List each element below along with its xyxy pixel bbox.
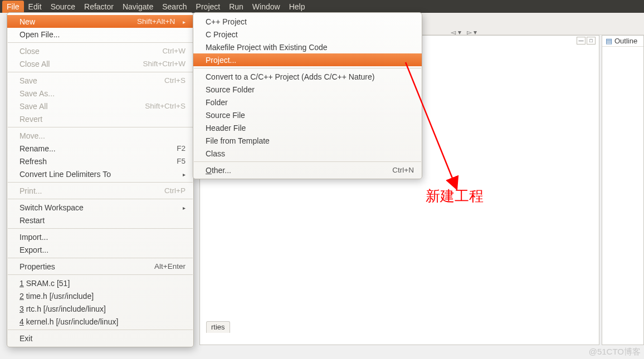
annotation-label: 新建工程: [426, 186, 484, 206]
menu-item-label: Source Folder: [206, 85, 255, 94]
file-menu-item-4-kernel-h-usr-include-linux-[interactable]: 4 kernel.h [/usr/include/linux]: [7, 315, 193, 328]
editor-maximize-icon[interactable]: □: [587, 37, 596, 45]
new-menu-item-other-[interactable]: Other...Ctrl+N: [193, 164, 422, 176]
menu-shortcut: F5: [177, 157, 186, 165]
menu-item-label: Class: [206, 149, 225, 158]
menu-item-label: C++ Project: [206, 17, 247, 26]
file-menu-item-import-[interactable]: Import...: [7, 230, 193, 243]
menu-shortcut: Alt+Enter: [154, 262, 186, 271]
file-menu-item-restart[interactable]: Restart: [7, 214, 193, 227]
submenu-arrow-icon: ▸: [177, 203, 186, 212]
menu-item-label: Restart: [19, 216, 45, 225]
outline-icon: ▤: [606, 37, 612, 45]
file-menu-item-save-as-: Save As...: [7, 87, 193, 100]
menubar: FileEditSourceRefactorNavigateSearchProj…: [0, 0, 644, 13]
menubar-item-refactor[interactable]: Refactor: [80, 1, 118, 13]
menu-item-label: Save As...: [19, 89, 55, 98]
file-menu-separator: [8, 274, 193, 275]
menu-item-label: Source File: [206, 111, 245, 120]
menu-item-label: Properties: [19, 262, 55, 271]
menubar-item-navigate[interactable]: Navigate: [118, 1, 158, 13]
file-menu-item-save: SaveCtrl+S: [7, 74, 193, 87]
file-menu-item-properties[interactable]: PropertiesAlt+Enter: [7, 260, 193, 273]
menu-item-label: Refresh: [19, 157, 47, 166]
menubar-item-source[interactable]: Source: [46, 1, 80, 13]
menu-item-label: Save All: [19, 102, 48, 111]
menu-item-label: Print...: [19, 186, 42, 195]
new-menu-item-source-folder[interactable]: Source Folder: [193, 83, 422, 96]
file-menu-item-exit[interactable]: Exit: [7, 332, 193, 345]
menu-item-label: Rename...: [19, 144, 56, 153]
watermark-text: @51CTO博客: [589, 347, 641, 357]
menu-item-label: Other...: [206, 166, 231, 175]
menu-item-label: Save: [19, 76, 37, 85]
menubar-item-edit[interactable]: Edit: [24, 1, 46, 13]
menu-shortcut: Ctrl+P: [164, 186, 186, 195]
new-menu-separator: [194, 68, 421, 68]
menu-item-label: C Project: [206, 30, 238, 39]
file-menu-separator: [8, 72, 193, 72]
file-menu-item-revert: Revert: [7, 112, 193, 125]
new-menu-item-file-from-template[interactable]: File from Template: [193, 134, 422, 147]
file-menu-item-open-file-[interactable]: Open File...: [7, 28, 193, 41]
new-menu-item-project-[interactable]: Project...: [193, 53, 422, 66]
menu-item-label: Header File: [206, 124, 246, 132]
menu-item-label: Move...: [19, 131, 45, 140]
file-menu-item-close: CloseCtrl+W: [7, 45, 193, 57]
new-submenu-dropdown: C++ ProjectC ProjectMakefile Project wit…: [193, 12, 422, 179]
file-menu-item-new[interactable]: NewShift+Alt+N ▸: [7, 15, 193, 28]
outline-panel: ▤ Outline: [602, 35, 644, 345]
menu-shortcut: Ctrl+N: [392, 166, 414, 174]
new-menu-item-class[interactable]: Class: [193, 147, 422, 160]
new-menu-item-c-project[interactable]: C Project: [193, 28, 422, 41]
file-menu-item-switch-workspace[interactable]: Switch Workspace▸: [7, 201, 193, 214]
menubar-item-file[interactable]: File: [2, 1, 24, 13]
menu-shortcut: Shift+Ctrl+S: [145, 102, 186, 110]
file-menu-item-2-time-h-usr-include-[interactable]: 2 time.h [/usr/include]: [7, 289, 193, 302]
new-menu-item-c-project[interactable]: C++ Project: [193, 15, 422, 28]
menu-item-label: Export...: [19, 245, 48, 254]
bottom-tab-properties[interactable]: rties: [206, 321, 230, 333]
file-menu-item-1-sram-c-51-[interactable]: 1 SRAM.c [51]: [7, 277, 193, 289]
menubar-item-window[interactable]: Window: [248, 1, 285, 13]
menu-item-label: Switch Workspace: [19, 203, 84, 212]
new-menu-item-convert-to-a-c-c-project-adds-c-c-nature-[interactable]: Convert to a C/C++ Project (Adds C/C++ N…: [193, 70, 422, 83]
file-menu-separator: [8, 182, 193, 183]
menu-item-label: Makefile Project with Existing Code: [206, 43, 328, 52]
menu-shortcut: Shift+Ctrl+W: [143, 60, 186, 68]
submenu-arrow-icon: Shift+Alt+N ▸: [137, 17, 186, 26]
file-menu-item-print-: Print...Ctrl+P: [7, 184, 193, 197]
new-menu-item-source-file[interactable]: Source File: [193, 109, 422, 121]
menubar-item-project[interactable]: Project: [192, 1, 225, 13]
submenu-arrow-icon: ▸: [177, 170, 186, 178]
menu-item-label: Convert to a C/C++ Project (Adds C/C++ N…: [206, 72, 374, 81]
menu-item-label: Project...: [206, 56, 236, 65]
new-menu-item-makefile-project-with-existing-code[interactable]: Makefile Project with Existing Code: [193, 41, 422, 53]
file-menu-item-close-all: Close AllShift+Ctrl+W: [7, 57, 193, 70]
new-menu-separator: [194, 161, 421, 162]
menu-item-label: 2 time.h [/usr/include]: [19, 292, 94, 301]
new-menu-item-folder[interactable]: Folder: [193, 96, 422, 109]
file-menu-item-rename-[interactable]: Rename...F2: [7, 142, 193, 155]
file-menu-separator: [8, 42, 193, 43]
file-menu-dropdown: NewShift+Alt+N ▸Open File...CloseCtrl+WC…: [7, 12, 194, 347]
new-menu-item-header-file[interactable]: Header File: [193, 121, 422, 134]
file-menu-separator: [8, 330, 193, 330]
file-menu-item-export-[interactable]: Export...: [7, 243, 193, 256]
menubar-item-help[interactable]: Help: [285, 1, 310, 13]
menu-shortcut: Ctrl+W: [162, 47, 186, 55]
editor-minimize-icon[interactable]: —: [577, 37, 586, 45]
file-menu-item-refresh[interactable]: RefreshF5: [7, 155, 193, 168]
menu-item-label: Close: [19, 47, 40, 56]
file-menu-separator: [8, 199, 193, 199]
file-menu-item-save-all: Save AllShift+Ctrl+S: [7, 100, 193, 112]
file-menu-item-move-: Move...: [7, 129, 193, 142]
menubar-item-run[interactable]: Run: [225, 1, 248, 13]
outline-title: Outline: [614, 37, 637, 45]
menu-shortcut: F2: [177, 144, 186, 153]
file-menu-item-3-rtc-h-usr-include-linux-[interactable]: 3 rtc.h [/usr/include/linux]: [7, 302, 193, 315]
menu-item-label: File from Template: [206, 136, 270, 145]
menubar-item-search[interactable]: Search: [158, 1, 191, 13]
file-menu-item-convert-line-delimiters-to[interactable]: Convert Line Delimiters To▸: [7, 168, 193, 180]
menu-item-label: Folder: [206, 98, 228, 107]
